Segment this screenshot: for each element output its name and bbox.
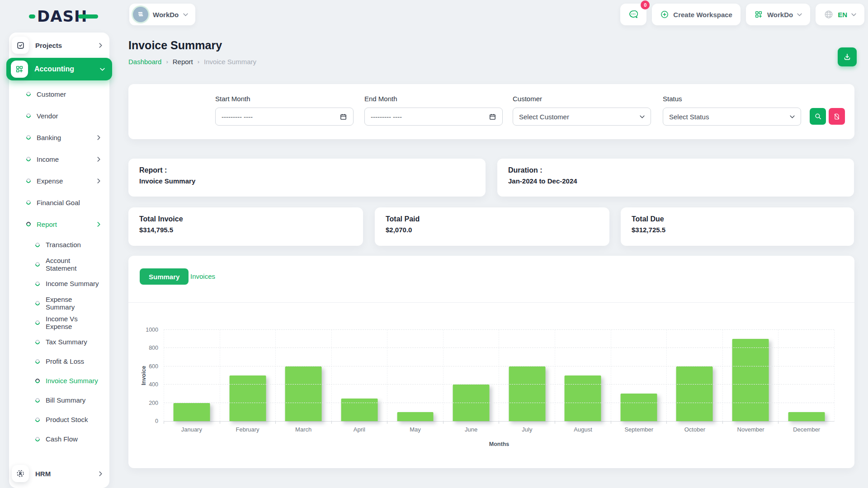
sidebar-item-label: Accounting (34, 65, 100, 73)
sidebar-item-cash-flow[interactable]: Cash Flow (9, 429, 109, 449)
bullet-icon (34, 358, 41, 364)
sidebar-item-expense-summary[interactable]: Expense Summary (9, 293, 109, 313)
start-month-input[interactable]: --------- ---- (215, 108, 354, 126)
breadcrumb-dashboard[interactable]: Dashboard (128, 58, 161, 66)
tab-invoices[interactable]: Invoices (190, 272, 215, 280)
sidebar-item-accounting[interactable]: Accounting (6, 58, 112, 80)
sidebar-item-projects[interactable]: Projects (9, 35, 109, 55)
language-selector[interactable]: EN (816, 4, 864, 25)
bar-october[interactable] (676, 366, 713, 421)
plus-circle-icon (660, 10, 669, 19)
bar-june[interactable] (453, 385, 490, 421)
bar-slot (164, 330, 220, 421)
bullet-icon (34, 241, 41, 248)
customer-label: Customer (513, 95, 542, 103)
bar-slot (220, 330, 276, 421)
bar-april[interactable] (341, 399, 378, 422)
logo-bar-icon (78, 14, 98, 19)
bar-slot (443, 330, 499, 421)
bullet-icon (34, 338, 41, 345)
bar-august[interactable] (565, 375, 601, 421)
download-button[interactable] (838, 47, 857, 66)
sidebar-item-report[interactable]: Report (9, 213, 109, 235)
sidebar-item-expense[interactable]: Expense (9, 170, 109, 192)
workdo-menu-button[interactable]: WorkDo (746, 4, 810, 25)
apply-filter-button[interactable] (810, 108, 826, 125)
total-invoice-label: Total Invoice (139, 215, 352, 223)
sidebar-item-bill-summary[interactable]: Bill Summary (9, 390, 109, 410)
sidebar-item-label: Expense (37, 177, 96, 185)
customer-select[interactable]: Select Customer (513, 108, 651, 126)
bar-january[interactable] (174, 403, 210, 421)
total-due-label: Total Due (632, 215, 843, 223)
x-tick-label: March (275, 426, 331, 433)
end-month-input[interactable]: --------- ---- (364, 108, 503, 126)
sidebar-item-label: Financial Goal (37, 199, 101, 206)
create-workspace-button[interactable]: Create Workspace (652, 4, 741, 25)
sidebar-item-income[interactable]: Income (9, 148, 109, 170)
sidebar-item-income-summary[interactable]: Income Summary (9, 274, 109, 293)
sidebar-item-customer[interactable]: Customer (9, 83, 109, 105)
total-invoice-value: $314,795.5 (139, 226, 352, 234)
app-logo[interactable]: DASH (29, 7, 98, 25)
y-tick-label: 800 (149, 345, 158, 351)
bar-july[interactable] (509, 366, 545, 421)
status-select[interactable]: Select Status (663, 108, 801, 126)
chevron-right-icon (97, 135, 100, 140)
bar-march[interactable] (285, 366, 322, 421)
sidebar-item-vendor[interactable]: Vendor (9, 105, 109, 127)
sidebar-item-income-vs-expense[interactable]: Income Vs Expense (9, 313, 109, 332)
chevron-right-icon (97, 157, 100, 162)
end-month-label: End Month (364, 95, 397, 103)
sidebar-item-label: Transaction (46, 241, 101, 249)
chevron-right-icon (99, 43, 102, 48)
breadcrumb-report[interactable]: Report (173, 58, 193, 66)
reset-filter-button[interactable] (829, 108, 845, 125)
y-tick-label: 1000 (146, 327, 158, 333)
sidebar-item-tax-summary[interactable]: Tax Summary (9, 332, 109, 352)
bar-may[interactable] (397, 412, 434, 421)
chevron-right-icon (97, 222, 100, 227)
bar-december[interactable] (788, 412, 825, 421)
breadcrumb-separator: › (166, 58, 168, 65)
bullet-icon (25, 156, 32, 162)
messages-count-badge: 0 (641, 0, 650, 9)
bar-february[interactable] (229, 375, 266, 421)
search-icon (814, 113, 822, 120)
sidebar: Projects Accounting Customer Vendor Bank… (9, 33, 109, 488)
bullet-icon (25, 113, 32, 119)
messages-button[interactable]: 0 (620, 4, 646, 25)
bullet-icon (25, 134, 32, 141)
sidebar-item-label: Vendor (37, 112, 101, 120)
report-info-card: Report : Invoice Summary (128, 159, 486, 197)
accounting-grid-icon (11, 61, 28, 78)
duration-card-title: Duration : (508, 166, 843, 174)
sidebar-item-label: Tax Summary (46, 338, 101, 346)
sidebar-item-label: Report (37, 221, 96, 228)
chevron-right-icon (99, 471, 102, 476)
y-tick-label: 0 (155, 418, 158, 424)
sidebar-item-transaction[interactable]: Transaction (9, 235, 109, 254)
bar-september[interactable] (620, 394, 657, 421)
sidebar-item-invoice-summary[interactable]: Invoice Summary (9, 371, 109, 390)
sidebar-item-financial-goal[interactable]: Financial Goal (9, 192, 109, 213)
bullet-icon (34, 261, 41, 267)
x-tick-label: July (499, 426, 555, 433)
x-tick-label: September (611, 426, 667, 433)
bullet-icon (34, 397, 41, 403)
sidebar-item-banking[interactable]: Banking (9, 127, 109, 148)
start-month-value: --------- ---- (222, 113, 253, 121)
topbar-actions: 0 Create Workspace WorkDo (620, 4, 864, 25)
bar-slot (331, 330, 387, 421)
sidebar-item-product-stock[interactable]: Product Stock (9, 410, 109, 429)
sidebar-item-profit-loss[interactable]: Profit & Loss (9, 352, 109, 371)
bar-november[interactable] (732, 339, 769, 421)
sidebar-item-label: Account Statement (46, 257, 101, 272)
workspace-selector[interactable]: WorkDo (129, 4, 195, 25)
tab-summary[interactable]: Summary (140, 268, 189, 285)
sidebar-item-hrm[interactable]: HRM (9, 464, 109, 483)
sidebar-item-account-statement[interactable]: Account Statement (9, 254, 109, 274)
calendar-icon (340, 113, 347, 121)
sidebar-item-label: Income Summary (46, 280, 101, 287)
x-tick-label: November (723, 426, 779, 433)
